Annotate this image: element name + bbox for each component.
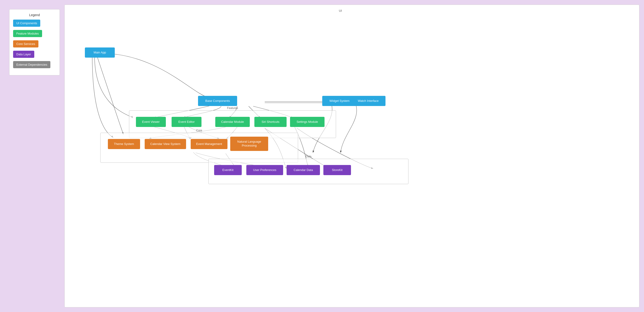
node-watch-interface[interactable]: Watch Interface xyxy=(351,96,386,106)
node-storekit[interactable]: StoreKit xyxy=(324,165,351,175)
node-event-editor[interactable]: Event Editor xyxy=(172,117,202,127)
node-calendar-module[interactable]: Calendar Module xyxy=(215,117,250,127)
legend-badge-data: Data Layer xyxy=(13,51,34,58)
node-main-app[interactable]: Main App xyxy=(85,48,115,58)
legend-badge-ui: UI Components xyxy=(13,20,40,27)
ui-group-label: UI xyxy=(339,9,342,13)
node-user-preferences[interactable]: User Preferences xyxy=(246,165,283,175)
node-siri-shortcuts[interactable]: Siri Shortcuts xyxy=(254,117,286,127)
node-settings-module[interactable]: Settings Module xyxy=(290,117,324,127)
legend-badge-external: External Dependencies xyxy=(13,61,50,68)
diagram-container: UI Main App Base Components Widget Syste… xyxy=(64,5,640,307)
node-calendar-data[interactable]: Calendar Data xyxy=(286,165,320,175)
legend: Legend UI Components Feature Modules Cor… xyxy=(9,9,60,75)
node-base-components[interactable]: Base Components xyxy=(198,96,237,106)
legend-item-feature: Feature Modules xyxy=(13,30,56,37)
legend-item-data: Data Layer xyxy=(13,51,56,58)
node-eventkit[interactable]: EventKit xyxy=(214,165,242,175)
legend-title: Legend xyxy=(13,13,56,17)
legend-badge-core: Core Services xyxy=(13,40,38,48)
legend-item-external: External Dependencies xyxy=(13,61,56,68)
legend-item-ui: UI Components xyxy=(13,20,56,27)
node-nlp[interactable]: Natural Language Processing xyxy=(230,137,268,151)
legend-badge-feature: Feature Modules xyxy=(13,30,42,37)
data-label: Data xyxy=(306,155,311,158)
node-event-viewer[interactable]: Event Viewer xyxy=(136,117,166,127)
node-theme-system[interactable]: Theme System xyxy=(108,139,140,149)
node-event-management[interactable]: Event Management xyxy=(191,139,228,149)
features-label: Features xyxy=(227,106,238,110)
legend-item-core: Core Services xyxy=(13,40,56,48)
core-label: Core xyxy=(196,129,202,132)
node-calendar-view-system[interactable]: Calendar View System xyxy=(145,139,186,149)
